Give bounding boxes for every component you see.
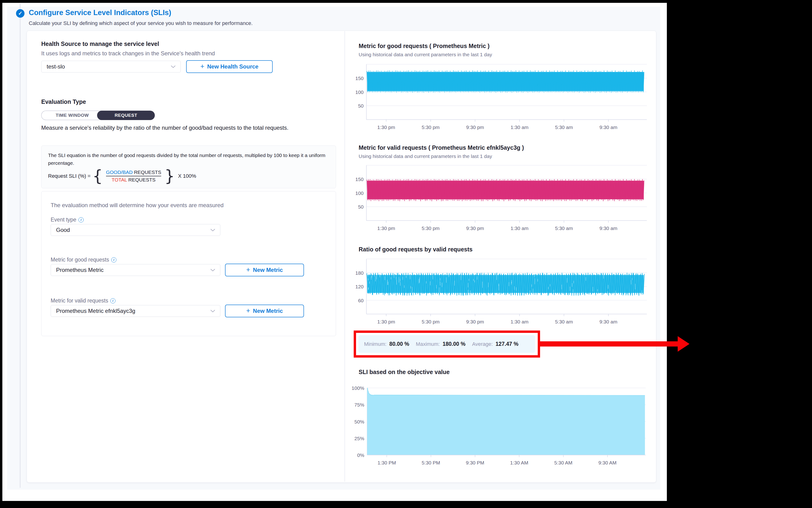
- info-icon[interactable]: i: [110, 298, 115, 303]
- metric-valid-label-text: Metric for valid requests: [51, 298, 108, 304]
- page-title: Configure Service Level Indicators (SLIs…: [29, 8, 171, 17]
- svg-text:9:30 am: 9:30 am: [600, 225, 617, 231]
- svg-text:5:30 AM: 5:30 AM: [554, 460, 572, 465]
- chart-good-plot[interactable]: 501001501:30 pm5:30 pm9:30 pm1:30 am5:30…: [366, 64, 647, 120]
- evaluation-type-label: Evaluation Type: [41, 98, 86, 105]
- step-check-icon: ✓: [16, 9, 25, 18]
- new-metric-good-label: New Metric: [253, 267, 283, 273]
- chart-good-subtitle: Using historical data and current parame…: [359, 52, 492, 57]
- chart-sli-plot[interactable]: 0%25%50%75%100%1:30 PM5:30 PM9:30 PM1:30…: [367, 388, 646, 455]
- svg-text:1:30 AM: 1:30 AM: [510, 460, 528, 465]
- screenshot-canvas: ✓ Configure Service Level Indicators (SL…: [0, 0, 812, 508]
- annotation-highlight-box: [354, 331, 540, 357]
- svg-text:1:30 pm: 1:30 pm: [377, 225, 395, 231]
- new-health-source-button[interactable]: + New Health Source: [186, 60, 273, 73]
- svg-text:100: 100: [355, 190, 363, 196]
- metric-valid-value: Prometheus Metric efnkl5ayc3g: [56, 308, 135, 314]
- svg-text:180: 180: [355, 270, 363, 276]
- chart-valid-title: Metric for valid requests ( Prometheus M…: [359, 144, 524, 151]
- equation-prefix: Request SLI (%) =: [48, 173, 90, 179]
- svg-text:50: 50: [358, 103, 363, 109]
- svg-text:5:30 pm: 5:30 pm: [422, 319, 440, 324]
- svg-text:1:30 am: 1:30 am: [511, 319, 529, 324]
- svg-text:5:30 PM: 5:30 PM: [422, 460, 440, 465]
- equation-denominator-rest: REQUESTS: [127, 177, 156, 182]
- event-type-label: Event type i: [51, 217, 84, 223]
- svg-text:1:30 am: 1:30 am: [511, 225, 529, 231]
- chart-valid-plot[interactable]: 501001501:30 pm5:30 pm9:30 pm1:30 am5:30…: [366, 165, 647, 221]
- svg-text:9:30 pm: 9:30 pm: [466, 225, 484, 231]
- evaluation-method-hint: The evaluation method will determine how…: [51, 202, 224, 209]
- health-source-hint: It uses logs and metrics to track change…: [41, 50, 215, 57]
- evaluation-type-toggle: TIME WINDOW REQUEST: [41, 111, 155, 120]
- svg-text:100%: 100%: [352, 385, 364, 391]
- plus-icon: +: [246, 266, 250, 273]
- metric-good-select[interactable]: Prometheus Metric: [51, 264, 220, 276]
- metric-good-value: Prometheus Metric: [56, 267, 104, 273]
- chevron-down-icon: [210, 268, 216, 271]
- annotation-arrow-line: [540, 341, 678, 346]
- health-source-select[interactable]: test-slo: [41, 61, 181, 73]
- health-source-label: Health Source to manage the service leve…: [41, 41, 159, 47]
- event-type-label-text: Event type: [51, 217, 76, 223]
- svg-text:5:30 am: 5:30 am: [555, 319, 573, 324]
- new-health-source-label: New Health Source: [207, 63, 258, 70]
- request-description: Measure a service's reliability by the r…: [41, 123, 324, 132]
- svg-text:5:30 am: 5:30 am: [555, 125, 573, 130]
- equation-numerator-rest: REQUESTS: [133, 169, 161, 175]
- svg-text:150: 150: [355, 176, 363, 182]
- metric-valid-select[interactable]: Prometheus Metric efnkl5ayc3g: [51, 305, 220, 317]
- svg-text:120: 120: [355, 284, 363, 289]
- new-metric-valid-label: New Metric: [253, 308, 283, 314]
- plus-icon: +: [200, 63, 204, 70]
- svg-text:5:30 pm: 5:30 pm: [422, 125, 440, 130]
- equation-denominator-highlight: TOTAL: [112, 177, 127, 182]
- equation-row: Request SLI (%) = { GOOD/BAD REQUESTS TO…: [48, 169, 329, 183]
- svg-text:50%: 50%: [354, 419, 364, 424]
- chevron-down-icon: [210, 228, 216, 231]
- column-divider: [345, 31, 345, 482]
- svg-text:1:30 pm: 1:30 pm: [377, 319, 395, 324]
- chevron-down-icon: [170, 65, 176, 68]
- equation-suffix: X 100%: [178, 173, 196, 179]
- svg-text:9:30 pm: 9:30 pm: [466, 319, 484, 324]
- chevron-down-icon: [210, 309, 216, 312]
- chart-good-title: Metric for good requests ( Prometheus Me…: [359, 43, 490, 49]
- event-type-value: Good: [56, 227, 70, 233]
- chart-valid-subtitle: Using historical data and current parame…: [359, 154, 492, 159]
- svg-text:100: 100: [355, 89, 363, 95]
- equation-numerator-highlight: GOOD/BAD: [106, 169, 133, 175]
- chart-sli-title: SLI based on the objective value: [359, 369, 450, 376]
- svg-text:1:30 am: 1:30 am: [511, 125, 529, 130]
- chart-ratio-title: Ratio of good requests by valid requests: [359, 246, 472, 253]
- new-metric-valid-button[interactable]: + New Metric: [225, 305, 304, 317]
- svg-text:60: 60: [358, 298, 363, 303]
- new-metric-good-button[interactable]: + New Metric: [225, 264, 304, 277]
- svg-text:0%: 0%: [357, 453, 364, 458]
- toggle-time-window[interactable]: TIME WINDOW: [41, 111, 103, 120]
- svg-text:1:30 pm: 1:30 pm: [377, 125, 395, 130]
- stepper-connector-line: [20, 4, 21, 488]
- info-icon[interactable]: i: [111, 257, 116, 262]
- svg-text:5:30 pm: 5:30 pm: [422, 225, 440, 231]
- svg-text:9:30 am: 9:30 am: [600, 319, 617, 324]
- svg-text:1:30 PM: 1:30 PM: [378, 460, 396, 465]
- annotation-arrow-head: [678, 336, 690, 352]
- equation-close-brace: }: [164, 169, 175, 183]
- svg-text:9:30 AM: 9:30 AM: [598, 460, 617, 465]
- sli-equation-box: The SLI equation is the number of good r…: [41, 145, 336, 188]
- info-icon[interactable]: i: [78, 217, 84, 222]
- equation-explanation: The SLI equation is the number of good r…: [48, 152, 329, 167]
- metric-good-label: Metric for good requests i: [51, 257, 116, 263]
- svg-text:50: 50: [358, 204, 363, 210]
- svg-text:5:30 am: 5:30 am: [555, 225, 573, 231]
- svg-text:9:30 PM: 9:30 PM: [466, 460, 484, 465]
- svg-text:25%: 25%: [354, 436, 364, 441]
- metric-valid-label: Metric for valid requests i: [51, 298, 115, 304]
- toggle-request[interactable]: REQUEST: [97, 111, 155, 120]
- health-source-select-value: test-slo: [47, 63, 65, 70]
- chart-ratio-plot[interactable]: 601201801:30 pm5:30 pm9:30 pm1:30 am5:30…: [366, 259, 647, 314]
- equation-open-brace: {: [92, 169, 103, 183]
- event-type-select[interactable]: Good: [51, 224, 220, 236]
- plus-icon: +: [246, 307, 250, 314]
